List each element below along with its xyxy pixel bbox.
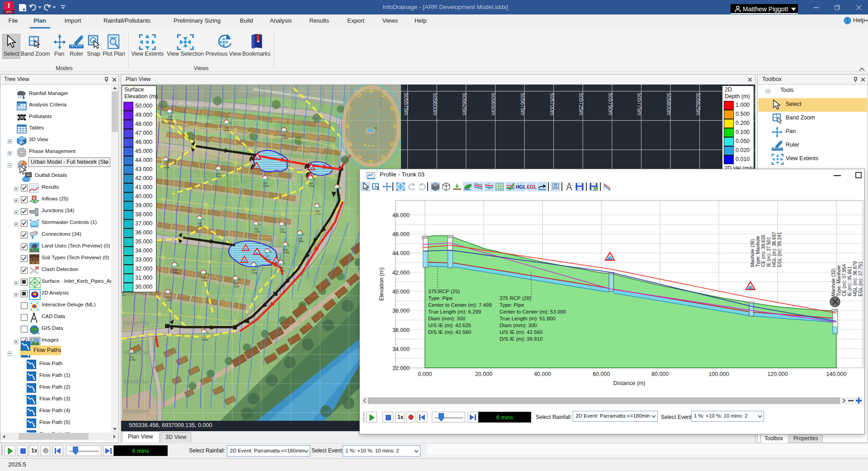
svg-text:0.8ha: 0.8ha bbox=[173, 271, 179, 274]
svg-text:0.0ha: 0.0ha bbox=[263, 185, 269, 187]
svg-text:0.6ha: 0.6ha bbox=[335, 194, 341, 196]
svg-text:EGL: EGL bbox=[527, 184, 537, 190]
svg-text:True Length (m): 6.299: True Length (m): 6.299 bbox=[428, 309, 481, 314]
svg-text:0.8ha: 0.8ha bbox=[198, 225, 203, 228]
svg-text:Elevation (m): Elevation (m) bbox=[378, 267, 385, 301]
svg-text:0.4ha: 0.4ha bbox=[217, 175, 222, 178]
svg-text:0.3ha: 0.3ha bbox=[164, 166, 170, 169]
svg-text:0.6ha: 0.6ha bbox=[282, 137, 288, 139]
svg-text:N: N bbox=[59, 34, 61, 37]
svg-text:505400m: 505400m bbox=[202, 87, 208, 110]
svg-text:0.0ha: 0.0ha bbox=[283, 251, 289, 254]
svg-text:20.000: 20.000 bbox=[475, 371, 492, 377]
svg-text:Type: Manhole: Type: Manhole bbox=[836, 265, 841, 296]
svg-text:D/S IE (m): 39.910: D/S IE (m): 39.910 bbox=[500, 336, 542, 342]
svg-text:505775m: 505775m bbox=[636, 93, 642, 115]
svg-text:EGL (m): 39.241: EGL (m): 39.241 bbox=[777, 232, 782, 267]
svg-text:505625m: 505625m bbox=[461, 93, 467, 115]
svg-text:32.000: 32.000 bbox=[392, 365, 410, 371]
svg-text:505550m: 505550m bbox=[377, 87, 383, 110]
svg-text:6936850m: 6936850m bbox=[123, 350, 149, 356]
svg-text:U/S IE (m): 42.560: U/S IE (m): 42.560 bbox=[500, 329, 542, 335]
svg-text:Manhole (32): Manhole (32) bbox=[830, 268, 836, 296]
svg-text:Type: Pipe: Type: Pipe bbox=[500, 302, 524, 308]
svg-text:505700m: 505700m bbox=[549, 93, 555, 115]
svg-text:60.000: 60.000 bbox=[593, 371, 610, 377]
svg-text:505600m: 505600m bbox=[432, 93, 438, 115]
svg-text:0.1ha: 0.1ha bbox=[265, 258, 271, 261]
svg-text:0.1ha: 0.1ha bbox=[252, 271, 258, 274]
svg-text:44.000: 44.000 bbox=[392, 250, 410, 257]
svg-text:0.000: 0.000 bbox=[418, 371, 432, 377]
svg-text:Center to Center (m): 53.000: Center to Center (m): 53.000 bbox=[500, 309, 566, 314]
svg-text:CE (m): 38.626: CE (m): 38.626 bbox=[760, 235, 766, 267]
svg-text:Diam (mm): 300: Diam (mm): 300 bbox=[500, 323, 537, 328]
svg-text:505750m: 505750m bbox=[607, 93, 613, 115]
svg-text:0.5ha: 0.5ha bbox=[202, 279, 208, 282]
svg-text:38.000: 38.000 bbox=[392, 308, 410, 314]
svg-text:3D: 3D bbox=[19, 140, 24, 144]
svg-text:D/S IE (m): 42.560: D/S IE (m): 42.560 bbox=[428, 329, 471, 335]
svg-text:505675m: 505675m bbox=[519, 93, 526, 115]
svg-text:6936875m: 6936875m bbox=[123, 320, 149, 327]
svg-text:140.000: 140.000 bbox=[826, 371, 846, 377]
svg-text:CE (m): 37.954: CE (m): 37.954 bbox=[841, 264, 847, 296]
svg-text:48.000: 48.000 bbox=[392, 212, 410, 219]
svg-text:3D: 3D bbox=[20, 116, 24, 119]
svg-text:HGL (m): 36.870: HGL (m): 36.870 bbox=[852, 261, 858, 296]
svg-text:0.7ha: 0.7ha bbox=[225, 129, 231, 132]
svg-text:True Length (m): 51.800: True Length (m): 51.800 bbox=[500, 316, 556, 321]
svg-text:0.5ha: 0.5ha bbox=[280, 231, 286, 233]
svg-text:HGL (m): 38.697: HGL (m): 38.697 bbox=[771, 232, 777, 267]
svg-text:505375m: 505375m bbox=[172, 87, 179, 110]
svg-text:0.1ha: 0.1ha bbox=[254, 230, 260, 233]
svg-text:42.000: 42.000 bbox=[392, 270, 410, 276]
svg-text:40.000: 40.000 bbox=[534, 371, 551, 377]
svg-text:375 RCP (28): 375 RCP (28) bbox=[500, 295, 531, 301]
svg-text:U/S IE (m): 42.625: U/S IE (m): 42.625 bbox=[428, 323, 471, 328]
svg-text:EGL (m): 37.751: EGL (m): 37.751 bbox=[858, 262, 863, 296]
svg-text:375 RCP (25): 375 RCP (25) bbox=[428, 289, 460, 294]
svg-text:505425m: 505425m bbox=[231, 87, 237, 110]
svg-text:Center to Center (m): 7.499: Center to Center (m): 7.499 bbox=[428, 302, 492, 308]
svg-text:Type: Pipe: Type: Pipe bbox=[428, 295, 453, 301]
svg-text:0.0ha: 0.0ha bbox=[279, 269, 285, 272]
svg-text:505725m: 505725m bbox=[578, 93, 584, 115]
svg-text:Type: Manhole: Type: Manhole bbox=[755, 236, 760, 267]
svg-text:505800m: 505800m bbox=[665, 93, 672, 115]
svg-text:120.000: 120.000 bbox=[767, 371, 788, 377]
svg-text:34.000: 34.000 bbox=[392, 346, 410, 352]
svg-text:505825m: 505825m bbox=[695, 93, 701, 115]
svg-text:Diam (mm): 300: Diam (mm): 300 bbox=[428, 316, 465, 321]
svg-text:505450m: 505450m bbox=[260, 87, 266, 110]
svg-text:0.2ha: 0.2ha bbox=[166, 299, 172, 301]
svg-text:IE (m): 37.501: IE (m): 37.501 bbox=[766, 237, 771, 267]
svg-text:6936800m: 6936800m bbox=[123, 409, 149, 415]
svg-text:0.4ha: 0.4ha bbox=[309, 185, 315, 187]
svg-text:505575m: 505575m bbox=[403, 93, 409, 115]
svg-text:46.000: 46.000 bbox=[392, 231, 410, 238]
svg-text:IE (m): 35.661: IE (m): 35.661 bbox=[847, 266, 852, 296]
svg-text:HGL: HGL bbox=[516, 184, 526, 190]
svg-text:0.7ha: 0.7ha bbox=[130, 358, 136, 361]
svg-text:40.000: 40.000 bbox=[392, 289, 410, 295]
svg-text:505475m: 505475m bbox=[289, 87, 296, 110]
svg-text:36.000: 36.000 bbox=[392, 327, 410, 333]
svg-text:100.000: 100.000 bbox=[708, 371, 729, 377]
svg-text:0.2ha: 0.2ha bbox=[234, 285, 240, 288]
svg-text:505525m: 505525m bbox=[348, 87, 354, 110]
svg-text:Manhole (36): Manhole (36) bbox=[750, 239, 755, 267]
svg-text:0.8ha: 0.8ha bbox=[298, 240, 304, 243]
svg-text:505500m: 505500m bbox=[319, 87, 325, 110]
svg-text:6936825m: 6936825m bbox=[123, 379, 149, 385]
svg-text:Distance (m): Distance (m) bbox=[613, 380, 646, 386]
svg-text:505650m: 505650m bbox=[490, 93, 496, 115]
svg-text:80.000: 80.000 bbox=[651, 371, 669, 377]
